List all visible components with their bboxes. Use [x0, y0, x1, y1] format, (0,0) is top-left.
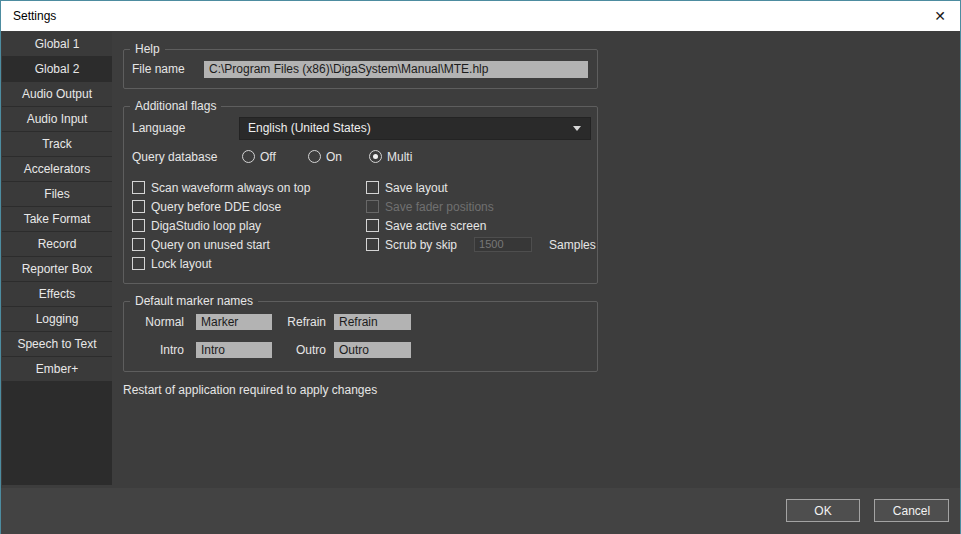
query-database-label: Query database [132, 150, 217, 165]
checkbox-icon [366, 238, 379, 251]
help-group: Help File name C:\Program Files (x86)\Di… [123, 49, 598, 89]
marker-field: Refrain Refrain [272, 314, 411, 330]
checkbox-icon [132, 200, 145, 213]
marker-field-label: Normal [124, 315, 184, 329]
scrub-samples-input: 1500 [474, 237, 532, 252]
samples-unit-label: Samples [549, 238, 596, 252]
close-icon: ✕ [934, 8, 946, 24]
checkbox-row[interactable]: Query before DDE close [132, 197, 364, 216]
language-label: Language [132, 121, 185, 136]
marker-field-label: Outro [272, 343, 326, 357]
sidebar-item[interactable]: Audio Output [2, 82, 112, 107]
additional-flags-legend: Additional flags [130, 99, 221, 114]
checkbox-column-right: Save layout Save fader positions Save ac… [366, 178, 591, 254]
sidebar-item[interactable]: Audio Input [2, 107, 112, 132]
language-dropdown[interactable]: English (United States) [239, 117, 591, 140]
marker-field: Normal Marker [124, 314, 272, 330]
checkbox-scrub-by-skip[interactable]: Scrub by skip 1500 Samples [366, 235, 591, 254]
checkbox-row[interactable]: Query on unused start [132, 235, 364, 254]
cancel-button[interactable]: Cancel [874, 499, 949, 522]
marker-name-input[interactable]: Marker [196, 314, 272, 330]
language-selected-value: English (United States) [248, 121, 371, 135]
marker-names-group: Default marker names Normal Marker Refra… [123, 301, 598, 372]
checkbox-row[interactable]: Lock layout [132, 254, 364, 273]
checkbox-row[interactable]: Scan waveform always on top [132, 178, 364, 197]
checkbox-icon [132, 219, 145, 232]
radio-option[interactable]: Off [242, 150, 308, 164]
marker-field-label: Refrain [272, 315, 326, 329]
sidebar-item[interactable]: Logging [2, 307, 112, 332]
sidebar-item[interactable]: Global 1 [2, 32, 112, 57]
marker-names-legend: Default marker names [130, 294, 258, 309]
checkbox-row[interactable]: DigaStudio loop play [132, 216, 364, 235]
help-group-legend: Help [130, 42, 165, 57]
checkbox-save-fader-positions: Save fader positions [366, 197, 591, 216]
checkbox-icon [366, 181, 379, 194]
sidebar-item[interactable]: Effects [2, 282, 112, 307]
sidebar-item[interactable]: Accelerators [2, 157, 112, 182]
marker-field-label: Intro [124, 343, 184, 357]
checkbox-icon [366, 200, 379, 213]
restart-note: Restart of application required to apply… [123, 383, 377, 397]
marker-grid: Normal Marker Refrain Refrain Intro Intr… [124, 314, 411, 358]
sidebar-item[interactable]: Ember+ [2, 357, 112, 382]
checkbox-icon [132, 238, 145, 251]
sidebar-item[interactable]: Track [2, 132, 112, 157]
marker-name-input[interactable]: Outro [334, 342, 411, 358]
checkbox-icon [132, 257, 145, 270]
window-title: Settings [13, 9, 56, 23]
footer-bar: OK Cancel [1, 488, 960, 534]
checkbox-column-left: Scan waveform always on top Query before… [132, 178, 364, 273]
checkbox-save-active-screen[interactable]: Save active screen [366, 216, 591, 235]
checkbox-icon [366, 219, 379, 232]
sidebar-item[interactable]: Take Format [2, 207, 112, 232]
sidebar-item[interactable]: Files [2, 182, 112, 207]
additional-flags-group: Additional flags Language English (Unite… [123, 106, 598, 284]
radio-icon [308, 150, 321, 163]
query-database-radio-group: Off On Multi [242, 147, 412, 166]
marker-field: Intro Intro [124, 342, 272, 358]
marker-name-input[interactable]: Refrain [334, 314, 411, 330]
checkbox-icon [132, 181, 145, 194]
radio-option[interactable]: Multi [369, 150, 412, 164]
ok-button[interactable]: OK [786, 499, 860, 522]
file-name-input[interactable]: C:\Program Files (x86)\DigaSystem\Manual… [204, 61, 588, 78]
settings-window: Settings ✕ Global 1 Global 2 Audio Outpu… [0, 0, 961, 534]
marker-name-input[interactable]: Intro [196, 342, 272, 358]
radio-icon [242, 150, 255, 163]
chevron-down-icon [573, 126, 581, 131]
sidebar-item[interactable]: Global 2 [2, 57, 112, 82]
sidebar-item[interactable]: Speech to Text [2, 332, 112, 357]
checkbox-save-layout[interactable]: Save layout [366, 178, 591, 197]
file-name-label: File name [132, 62, 185, 77]
sidebar-item[interactable]: Record [2, 232, 112, 257]
titlebar: Settings ✕ [1, 1, 960, 31]
radio-option[interactable]: On [308, 150, 369, 164]
sidebar: Global 1 Global 2 Audio Output Audio Inp… [2, 32, 112, 485]
close-button[interactable]: ✕ [920, 1, 960, 31]
sidebar-item[interactable]: Reporter Box [2, 257, 112, 282]
radio-icon [369, 150, 382, 163]
marker-field: Outro Outro [272, 342, 411, 358]
